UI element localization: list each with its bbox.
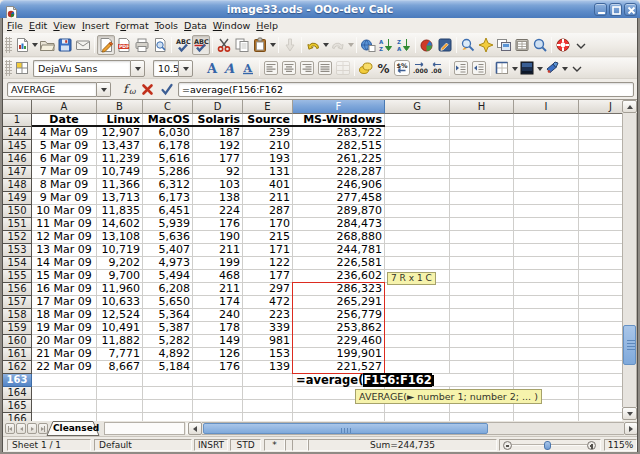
cell-E151[interactable]: 170 [243, 218, 293, 231]
open-button[interactable] [38, 35, 56, 55]
cell-I152[interactable] [514, 231, 579, 244]
cell-B165[interactable] [97, 400, 143, 413]
cell-D155[interactable]: 468 [193, 270, 243, 283]
cell-J146[interactable] [579, 153, 622, 166]
cell-C156[interactable]: 6,208 [143, 283, 193, 296]
auto-spellcheck-button[interactable]: ABC [192, 35, 210, 55]
horizontal-scrollbar-thumb[interactable] [203, 423, 488, 434]
menu-tools[interactable]: Tools [152, 19, 181, 32]
vertical-scrollbar-thumb[interactable] [623, 325, 636, 365]
cell-G161[interactable] [385, 348, 450, 361]
font-size-combo[interactable]: 10.5 [153, 60, 193, 77]
cell-E148[interactable]: 401 [243, 179, 293, 192]
cell-E165[interactable] [243, 400, 293, 413]
cell-J159[interactable] [579, 322, 622, 335]
menu-file[interactable]: File [4, 19, 26, 32]
row-header-151[interactable]: 151 [3, 218, 32, 231]
cell-D166[interactable] [193, 413, 243, 421]
sort-descending-button[interactable]: ZA [395, 35, 413, 55]
cell-J150[interactable] [579, 205, 622, 218]
cell-H161[interactable] [450, 348, 514, 361]
cell-G147[interactable] [385, 166, 450, 179]
menu-insert[interactable]: Insert [79, 19, 112, 32]
merge-cells-button[interactable] [334, 58, 352, 78]
toolbar-grip[interactable] [5, 37, 12, 53]
cell-A159[interactable]: 19 Mar 09 [32, 322, 97, 335]
cell-J158[interactable] [579, 309, 622, 322]
formula-input[interactable]: =average(F156:F162 [178, 82, 634, 97]
row-header-148[interactable]: 148 [3, 179, 32, 192]
cancel-icon[interactable] [139, 80, 156, 98]
toolbar-options-button[interactable] [572, 35, 590, 55]
cell-J155[interactable] [579, 270, 622, 283]
cell-D146[interactable]: 177 [193, 153, 243, 166]
column-header-F[interactable]: F [293, 100, 385, 114]
font-name-value[interactable]: DejaVu Sans [33, 60, 130, 77]
font-size-value[interactable]: 10.5 [153, 60, 178, 77]
row-header-147[interactable]: 147 [3, 166, 32, 179]
cell-B153[interactable]: 10,719 [97, 244, 143, 257]
cell-B160[interactable]: 11,882 [97, 335, 143, 348]
cell-C146[interactable]: 5,616 [143, 153, 193, 166]
cell-H149[interactable] [450, 192, 514, 205]
insert-mode-field[interactable]: INSRT [194, 439, 228, 451]
cell-H160[interactable] [450, 335, 514, 348]
cell-I150[interactable] [514, 205, 579, 218]
column-header-B[interactable]: B [97, 100, 143, 114]
cell-E158[interactable]: 223 [243, 309, 293, 322]
align-right-button[interactable] [298, 58, 316, 78]
row-header-161[interactable]: 161 [3, 348, 32, 361]
close-button[interactable] [624, 3, 637, 16]
cell-F166[interactable] [293, 413, 385, 421]
cell-I149[interactable] [514, 192, 579, 205]
cell-A150[interactable]: 10 Mar 09 [32, 205, 97, 218]
menu-view[interactable]: View [50, 19, 79, 32]
cell-H148[interactable] [450, 179, 514, 192]
cell-H154[interactable] [450, 257, 514, 270]
cell-J1[interactable] [579, 114, 622, 127]
cell-J160[interactable] [579, 335, 622, 348]
cell-B151[interactable]: 14,602 [97, 218, 143, 231]
cell-B159[interactable]: 10,491 [97, 322, 143, 335]
cell-A156[interactable]: 16 Mar 09 [32, 283, 97, 296]
cell-H159[interactable] [450, 322, 514, 335]
column-header-C[interactable]: C [143, 100, 193, 114]
cell-A149[interactable]: 9 Mar 09 [32, 192, 97, 205]
cell-A163[interactable] [32, 374, 97, 387]
cell-I161[interactable] [514, 348, 579, 361]
copy-button[interactable] [233, 35, 251, 55]
cell-C162[interactable]: 5,184 [143, 361, 193, 374]
scroll-up-button[interactable] [622, 100, 637, 113]
align-left-button[interactable] [262, 58, 280, 78]
cell-G152[interactable] [385, 231, 450, 244]
cell-I145[interactable] [514, 140, 579, 153]
cell-D163[interactable] [193, 374, 243, 387]
cell-D165[interactable] [193, 400, 243, 413]
previous-sheet-icon[interactable] [16, 423, 26, 434]
cell-C159[interactable]: 5,387 [143, 322, 193, 335]
cell-C152[interactable]: 5,636 [143, 231, 193, 244]
cell-G1[interactable] [385, 114, 450, 127]
cell-A144[interactable]: 4 Mar 09 [32, 127, 97, 140]
cell-E147[interactable]: 131 [243, 166, 293, 179]
cell-J166[interactable] [579, 413, 622, 421]
increase-indent-button[interactable] [470, 58, 488, 78]
cell-A162[interactable]: 22 Mar 09 [32, 361, 97, 374]
cell-C163[interactable] [143, 374, 193, 387]
cell-J156[interactable] [579, 283, 622, 296]
cell-D161[interactable]: 126 [193, 348, 243, 361]
cell-C153[interactable]: 5,407 [143, 244, 193, 257]
accept-icon[interactable] [158, 80, 176, 98]
minimize-button[interactable] [594, 3, 607, 16]
decrease-indent-button[interactable] [452, 58, 470, 78]
cell-D159[interactable]: 178 [193, 322, 243, 335]
title-bar[interactable]: image33.ods - OOo-dev Calc [0, 0, 640, 18]
cell-H150[interactable] [450, 205, 514, 218]
cell-E144[interactable]: 239 [243, 127, 293, 140]
cell-I159[interactable] [514, 322, 579, 335]
cell-B146[interactable]: 11,239 [97, 153, 143, 166]
cell-A152[interactable]: 12 Mar 09 [32, 231, 97, 244]
cell-H162[interactable] [450, 361, 514, 374]
border-color-button[interactable] [543, 58, 561, 78]
cell-A166[interactable] [32, 413, 97, 421]
